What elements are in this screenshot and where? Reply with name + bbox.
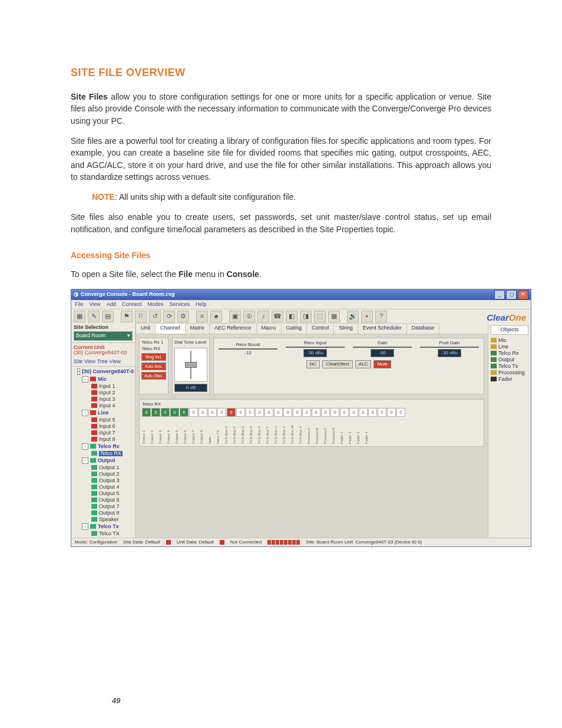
menu-view[interactable]: View (90, 302, 101, 307)
toolbar-icon[interactable]: ⚙ (177, 311, 189, 322)
minimize-button[interactable]: _ (494, 290, 505, 299)
tree-item[interactable]: Output 1 (74, 465, 134, 471)
toolbar-icon[interactable]: ♣ (210, 311, 222, 322)
tree-cat-telco-rx[interactable]: -Telco Rx (74, 443, 134, 450)
tree-cat-output[interactable]: -Output (74, 457, 134, 465)
tree-item[interactable]: Output 8 (74, 510, 134, 516)
site-view-toggle[interactable]: Site View Tree View (71, 357, 135, 366)
toolbar-icon[interactable]: ▣ (229, 311, 241, 322)
fader[interactable] (174, 348, 207, 382)
matrix-cell[interactable]: 0 (349, 408, 358, 417)
menu-connect[interactable]: Connect (122, 302, 142, 307)
tab-gating[interactable]: Gating (281, 323, 308, 334)
matrix-cell[interactable]: 0 (255, 408, 264, 417)
toolbar-icon[interactable]: ✎ (88, 311, 100, 322)
objects-tab[interactable]: Objects (491, 325, 528, 335)
tree-item[interactable]: Input 6 (74, 423, 134, 430)
tab-control[interactable]: Control (306, 323, 334, 334)
tab-string[interactable]: String (333, 323, 358, 334)
tab-aec-reference[interactable]: AEC Reference (209, 323, 257, 334)
matrix-cell[interactable]: 0 (199, 408, 207, 417)
tree-root[interactable]: -(30) Converge840T-0 (74, 368, 134, 375)
matrix-cell[interactable]: 0 (180, 408, 189, 417)
tree-item[interactable]: Output 6 (74, 497, 134, 503)
tree-item[interactable]: Telco RX (74, 450, 134, 457)
tab-matrix[interactable]: Matrix (185, 323, 210, 334)
tree-item[interactable]: Input 8 (74, 436, 134, 443)
objects-item[interactable]: Fader (491, 376, 528, 383)
tab-database[interactable]: Database (406, 323, 440, 334)
toolbar-icon[interactable]: ⟳ (163, 311, 175, 322)
matrix-cell[interactable]: 0 (274, 408, 283, 417)
matrix-cell[interactable]: 0 (151, 408, 160, 417)
matrix-cell[interactable]: 0 (161, 408, 170, 417)
objects-item[interactable]: Line (491, 344, 528, 350)
site-selection-dropdown[interactable]: Board Room▾ (74, 331, 133, 341)
objects-item[interactable]: Output (491, 357, 528, 363)
menu-modes[interactable]: Modes (147, 302, 163, 307)
objects-item[interactable]: Mic (491, 337, 528, 344)
toolbar-icon[interactable]: ↺ (149, 311, 161, 322)
objects-item[interactable]: Telco Tx (491, 363, 528, 370)
tree-cat-telco-tx[interactable]: -Telco Tx (74, 523, 134, 531)
tab-unit[interactable]: Unit (135, 323, 156, 334)
tree-item[interactable]: Output 3 (74, 477, 134, 484)
auto-ans-button[interactable]: Auto Ans. (141, 363, 166, 370)
matrix-cell[interactable]: 0 (170, 408, 179, 417)
toolbar-icon[interactable]: ♪ (257, 311, 269, 322)
toolbar-icon[interactable]: ☎ (272, 311, 283, 322)
close-button[interactable]: ✕ (518, 290, 528, 299)
toolbar-icon[interactable]: 🔊 (347, 311, 359, 322)
toolbar-icon[interactable]: ≡ (196, 311, 208, 322)
tree-item[interactable]: Input 2 (74, 390, 134, 396)
menu-help[interactable]: Help (196, 302, 207, 307)
matrix-cell[interactable]: 0 (312, 408, 320, 417)
maximize-button[interactable]: ◻ (506, 290, 517, 299)
tree-item[interactable]: Input 5 (74, 417, 134, 423)
matrix-cell[interactable]: 0 (396, 408, 405, 417)
tree-cat-line[interactable]: -Line (74, 409, 134, 417)
tree-item[interactable]: Output 7 (74, 503, 134, 510)
tree-item[interactable]: Output 4 (74, 484, 134, 490)
matrix-cell[interactable]: 0 (368, 408, 377, 417)
tree-item[interactable]: Speaker (74, 516, 134, 523)
matrix-cell[interactable]: 0 (321, 408, 330, 417)
toolbar-icon[interactable]: ⚐ (135, 311, 147, 322)
matrix-cell[interactable]: 0 (227, 408, 236, 417)
matrix-cell[interactable]: 0 (340, 408, 349, 417)
toolbar-icon[interactable]: ⚑ (121, 311, 133, 322)
matrix-cell[interactable]: 0 (293, 408, 302, 417)
matrix-cell[interactable]: 0 (302, 408, 311, 417)
menu-services[interactable]: Services (169, 302, 190, 307)
toolbar-icon[interactable]: ▪ (361, 311, 373, 322)
auto-disc-button[interactable]: Auto Disc. (141, 372, 166, 380)
menu-add[interactable]: Add (107, 302, 116, 307)
tree-item[interactable]: Input 4 (74, 403, 134, 409)
mute-button[interactable]: Mute (373, 360, 391, 368)
matrix-cell[interactable]: 0 (378, 408, 386, 417)
matrix-cell[interactable]: 0 (265, 408, 273, 417)
matrix-cell[interactable]: 0 (217, 408, 226, 417)
objects-item[interactable]: Telco Rx (491, 350, 528, 357)
device-tree[interactable]: -(30) Converge840T-0-MicInput 1Input 2In… (71, 366, 135, 538)
matrix-cell[interactable]: 0 (330, 408, 339, 417)
tree-item[interactable]: Telco TX (74, 531, 134, 537)
help-icon[interactable]: ? (375, 311, 387, 322)
toolbar-icon[interactable]: ▦ (328, 311, 340, 322)
nc-button[interactable]: NC (306, 360, 320, 368)
ring-ind-button[interactable]: Ring Ind. (141, 353, 166, 361)
tab-channel[interactable]: Channel (155, 323, 186, 334)
alc-button[interactable]: ALC (355, 360, 372, 368)
tab-event-scheduler[interactable]: Event Scheduler (358, 323, 407, 334)
toolbar-icon[interactable]: ◨ (300, 311, 312, 322)
tab-macro[interactable]: Macro (256, 323, 282, 334)
matrix-cell[interactable]: 0 (236, 408, 245, 417)
objects-item[interactable]: Processing (491, 370, 528, 376)
toolbar-icon[interactable]: ⬚ (314, 311, 326, 322)
toolbar-icon[interactable]: ▤ (102, 311, 114, 322)
cleareffect-button[interactable]: ClearEffect (322, 360, 352, 368)
matrix-cell[interactable]: 0 (189, 408, 198, 417)
menu-file[interactable]: File (75, 302, 84, 307)
matrix-cell[interactable]: 0 (387, 408, 396, 417)
toolbar-icon[interactable]: ▦ (74, 311, 85, 322)
